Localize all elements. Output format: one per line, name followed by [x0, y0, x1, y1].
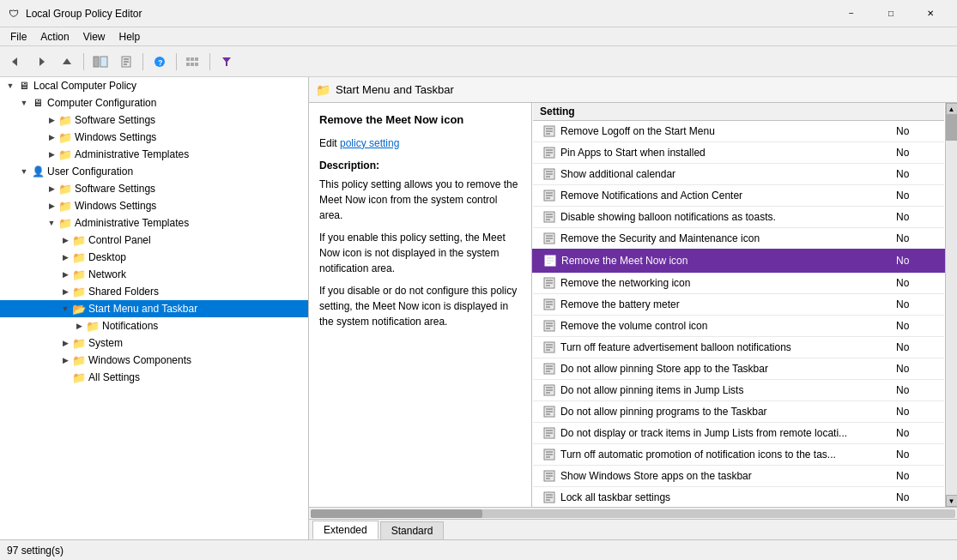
at1-expand[interactable]: ▶ — [45, 148, 58, 161]
table-row[interactable]: Remove the Meet Now iconNo — [533, 250, 944, 272]
tree-windows-settings-1[interactable]: ▶ 📁 Windows Settings — [0, 129, 308, 146]
table-row[interactable]: Remove Logoff on the Start MenuNo — [533, 121, 944, 142]
tree-windows-components[interactable]: ▶ 📁 Windows Components — [0, 352, 308, 369]
svg-rect-15 — [191, 63, 194, 66]
view-button[interactable] — [181, 50, 205, 74]
table-row[interactable]: Remove Notifications and Action CenterNo — [533, 185, 944, 207]
table-row[interactable]: Remove the battery meterNo — [533, 294, 944, 316]
tree-computer-config[interactable]: ▼ 🖥 Computer Configuration — [0, 94, 308, 111]
table-row[interactable]: Show Windows Store apps on the taskbarNo — [533, 466, 944, 487]
filter-button[interactable] — [215, 50, 239, 74]
horizontal-scrollbar[interactable] — [309, 507, 957, 519]
sys-expand[interactable]: ▶ — [58, 336, 72, 350]
scroll-down-button[interactable]: ▼ — [946, 495, 958, 507]
ws2-expand[interactable]: ▶ — [45, 199, 58, 213]
ss1-expand[interactable]: ▶ — [45, 113, 58, 127]
table-row[interactable]: Do not allow pinning Store app to the Ta… — [533, 358, 944, 380]
tree-user-config[interactable]: ▼ 👤 User Configuration — [0, 163, 308, 180]
table-row[interactable]: Do not allow pinning programs to the Tas… — [533, 401, 944, 423]
table-row[interactable]: Show additional calendarNo — [533, 164, 944, 185]
back-button[interactable] — [3, 50, 27, 74]
tab-standard[interactable]: Standard — [380, 521, 445, 539]
help-button[interactable]: ? — [148, 50, 172, 74]
computer-config-expand[interactable]: ▼ — [17, 96, 31, 110]
cp-expand[interactable]: ▶ — [58, 233, 72, 247]
setting-row-icon — [543, 363, 555, 375]
tree-desktop[interactable]: ▶ 📁 Desktop — [0, 249, 308, 266]
menu-help[interactable]: Help — [112, 29, 148, 45]
svg-rect-14 — [186, 63, 190, 66]
table-row[interactable]: Pin Apps to Start when installedNo — [533, 142, 944, 164]
tree-start-menu[interactable]: ▼ 📂 Start Menu and Taskbar — [0, 300, 308, 317]
net-expand[interactable]: ▶ — [58, 268, 72, 281]
tree-windows-settings-2[interactable]: ▶ 📁 Windows Settings — [0, 197, 308, 214]
table-row[interactable]: Remove the volume control iconNo — [533, 316, 944, 337]
restore-button[interactable]: □ — [871, 0, 911, 27]
hscroll-thumb[interactable] — [311, 509, 482, 518]
tree-pane: ▼ 🖥 Local Computer Policy ▼ 🖥 Computer C… — [0, 77, 309, 539]
at2-expand[interactable]: ▼ — [45, 216, 58, 230]
user-config-expand[interactable]: ▼ — [17, 165, 31, 178]
tree-software-settings-1[interactable]: ▶ 📁 Software Settings — [0, 111, 308, 129]
notif-expand[interactable]: ▶ — [72, 319, 86, 333]
tree-dt-label: Desktop — [88, 251, 126, 263]
status-text: 97 setting(s) — [7, 545, 64, 557]
tree-shared-folders[interactable]: ▶ 📁 Shared Folders — [0, 283, 308, 300]
tree-admin-templates-1[interactable]: ▶ 📁 Administrative Templates — [0, 146, 308, 163]
menu-file[interactable]: File — [3, 29, 33, 45]
setting-row-label: Show additional calendar — [560, 168, 675, 180]
vertical-scrollbar[interactable]: ▲ ▼ — [945, 103, 957, 507]
setting-row-icon — [543, 277, 555, 289]
sf-expand[interactable]: ▶ — [58, 285, 72, 298]
forward-button[interactable] — [29, 50, 53, 74]
sm-expand[interactable]: ▼ — [58, 302, 72, 316]
scroll-up-button[interactable]: ▲ — [946, 103, 958, 115]
table-header-row: Setting — [533, 103, 944, 121]
tree-cp-label: Control Panel — [88, 234, 151, 246]
tree-software-settings-2[interactable]: ▶ 📁 Software Settings — [0, 180, 308, 197]
table-row[interactable]: Remove the Security and Maintenance icon… — [533, 228, 944, 250]
wc-expand[interactable]: ▶ — [58, 353, 72, 367]
properties-button[interactable] — [114, 50, 138, 74]
hscroll-track — [311, 509, 955, 518]
col-state — [893, 103, 944, 121]
table-row[interactable]: Lock all taskbar settingsNo — [533, 487, 944, 508]
table-row[interactable]: Disable showing balloon notifications as… — [533, 207, 944, 228]
dt-expand[interactable]: ▶ — [58, 250, 72, 264]
tree-root[interactable]: ▼ 🖥 Local Computer Policy — [0, 77, 308, 94]
table-row[interactable]: Do not allow pinning items in Jump Lists… — [533, 380, 944, 401]
policy-link[interactable]: policy setting — [340, 137, 399, 149]
setting-state-cell: No — [893, 358, 944, 380]
tree-system[interactable]: ▶ 📁 System — [0, 334, 308, 352]
tree-notifications[interactable]: ▶ 📁 Notifications — [0, 317, 308, 334]
ss2-expand[interactable]: ▶ — [45, 182, 58, 196]
tab-extended[interactable]: Extended — [312, 521, 379, 539]
table-row[interactable]: Do not display or track items in Jump Li… — [533, 423, 944, 444]
table-row[interactable]: Remove the networking iconNo — [533, 272, 944, 294]
tree-control-panel[interactable]: ▶ 📁 Control Panel — [0, 232, 308, 249]
close-button[interactable]: ✕ — [911, 0, 950, 27]
tree-admin-templates-2[interactable]: ▼ 📁 Administrative Templates — [0, 214, 308, 232]
app-icon: 🛡 — [7, 7, 21, 21]
toolbar-separator-3 — [176, 53, 177, 70]
menu-view[interactable]: View — [76, 29, 112, 45]
root-icon: 🖥 — [17, 79, 31, 93]
tree-ss1-label: Software Settings — [75, 114, 155, 126]
scroll-thumb[interactable] — [946, 115, 957, 141]
tree-sm-label: Start Menu and Taskbar — [88, 303, 197, 315]
ws1-expand[interactable]: ▶ — [45, 130, 58, 144]
svg-marker-1 — [39, 57, 45, 66]
root-expand[interactable]: ▼ — [3, 79, 17, 93]
menu-action[interactable]: Action — [33, 29, 76, 45]
setting-state-cell: No — [893, 294, 944, 316]
ws2-icon: 📁 — [58, 199, 72, 213]
setting-row-icon — [543, 147, 555, 159]
show-hide-console-tree-button[interactable] — [88, 50, 112, 74]
tree-all-settings[interactable]: 📁 All Settings — [0, 369, 308, 386]
table-row[interactable]: Turn off feature advertisement balloon n… — [533, 337, 944, 358]
setting-row-icon — [543, 406, 555, 418]
up-button[interactable] — [55, 50, 79, 74]
table-row[interactable]: Turn off automatic promotion of notifica… — [533, 444, 944, 466]
tree-network[interactable]: ▶ 📁 Network — [0, 266, 308, 283]
minimize-button[interactable]: − — [832, 0, 871, 27]
